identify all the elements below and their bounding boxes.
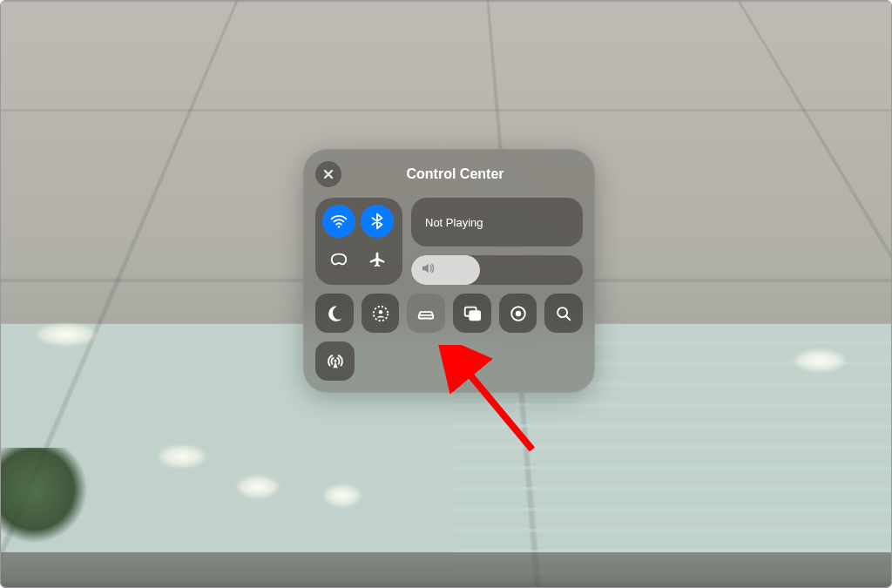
wifi-button[interactable] <box>322 205 355 238</box>
record-icon <box>509 304 528 323</box>
wifi-icon <box>329 212 348 231</box>
guest-user-button[interactable] <box>362 294 400 333</box>
svg-rect-7 <box>470 311 480 320</box>
ceiling-light <box>36 323 97 346</box>
connectivity-group <box>315 198 402 285</box>
svg-point-10 <box>515 310 520 315</box>
svg-point-2 <box>378 309 382 313</box>
floor-decoration <box>1 552 891 587</box>
search-button[interactable] <box>544 294 583 333</box>
travel-mode-button[interactable] <box>407 294 445 333</box>
volume-slider[interactable] <box>411 255 583 285</box>
plant-decoration <box>1 448 97 552</box>
travel-mode-icon <box>416 304 436 323</box>
media-column: Not Playing <box>411 198 583 285</box>
svg-rect-3 <box>419 314 434 318</box>
ceiling-light <box>323 484 362 507</box>
search-icon <box>554 304 573 323</box>
panel-header: Control Center <box>315 161 583 187</box>
svg-point-0 <box>338 226 340 227</box>
moon-icon <box>325 304 344 323</box>
bluetooth-icon <box>368 212 387 231</box>
ceiling-light <box>794 349 846 372</box>
screen-recording-button[interactable] <box>499 294 537 333</box>
top-row: Not Playing <box>315 198 583 285</box>
screen-mirroring-icon <box>463 304 482 323</box>
ceiling-light <box>158 445 206 468</box>
do-not-disturb-button[interactable] <box>315 294 354 333</box>
airdrop-button[interactable] <box>315 341 355 381</box>
close-button[interactable] <box>315 161 341 187</box>
screen-mirroring-button[interactable] <box>453 294 491 333</box>
now-playing-tile[interactable]: Not Playing <box>411 198 583 247</box>
airdrop-icon <box>326 352 345 371</box>
ceiling-light <box>236 476 280 498</box>
volume-icon <box>420 260 436 280</box>
svg-point-4 <box>422 318 423 320</box>
close-icon <box>323 169 334 179</box>
airplane-mode-button[interactable] <box>361 243 394 276</box>
guest-user-icon <box>371 304 390 323</box>
svg-point-5 <box>429 318 431 320</box>
bottom-row <box>315 341 583 381</box>
panel-title: Control Center <box>354 166 557 182</box>
bluetooth-button[interactable] <box>361 205 394 238</box>
headset-passthrough-button[interactable] <box>322 243 355 276</box>
headset-icon <box>329 250 348 269</box>
shortcut-row <box>315 294 583 333</box>
now-playing-label: Not Playing <box>425 216 483 229</box>
control-center-panel: Control Center <box>303 149 595 393</box>
airplane-icon <box>368 250 387 269</box>
